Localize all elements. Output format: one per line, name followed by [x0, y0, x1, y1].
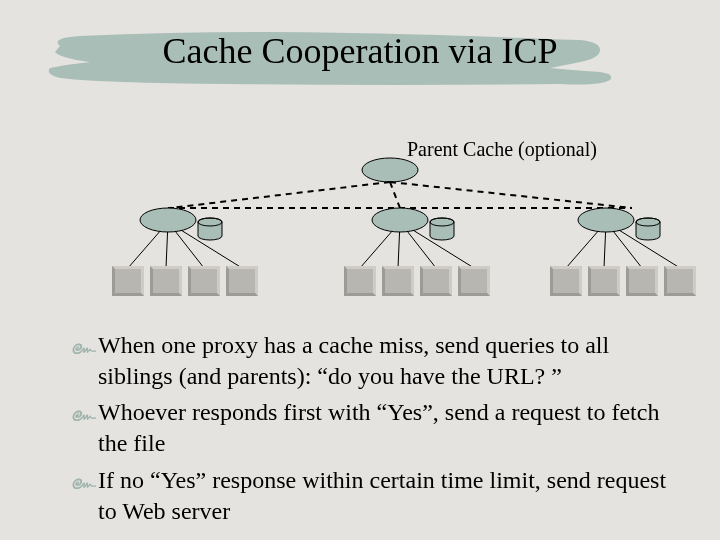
sibling-proxy-node	[578, 208, 634, 232]
bullet-icon: ๛	[70, 330, 98, 360]
parent-to-sibling-line	[170, 182, 390, 208]
cache-cylinder-icon	[430, 218, 454, 240]
client-box	[588, 266, 620, 296]
proxy-cluster	[550, 208, 696, 296]
client-box	[344, 266, 376, 296]
bullet-icon: ๛	[70, 397, 98, 427]
cache-cylinder-icon	[198, 218, 222, 240]
bullet-item: ๛ If no “Yes” response within certain ti…	[70, 465, 670, 526]
bullet-list: ๛ When one proxy has a cache miss, send …	[70, 330, 670, 532]
parent-to-sibling-line	[390, 182, 632, 208]
client-box	[458, 266, 490, 296]
slide: Cache Cooperation via ICP Parent Cache (…	[0, 0, 720, 540]
client-box	[420, 266, 452, 296]
bullet-text: When one proxy has a cache miss, send qu…	[98, 330, 670, 391]
client-box	[626, 266, 658, 296]
client-box	[188, 266, 220, 296]
sibling-proxy-node	[140, 208, 196, 232]
client-box	[550, 266, 582, 296]
client-box	[150, 266, 182, 296]
bullet-icon: ๛	[70, 465, 98, 495]
parent-proxy-node	[362, 158, 418, 182]
bullet-item: ๛ When one proxy has a cache miss, send …	[70, 330, 670, 391]
bullet-item: ๛ Whoever responds first with “Yes”, sen…	[70, 397, 670, 458]
cache-cylinder-icon	[636, 218, 660, 240]
proxy-cluster	[112, 208, 258, 296]
sibling-proxy-node	[372, 208, 428, 232]
client-box	[226, 266, 258, 296]
bullet-text: If no “Yes” response within certain time…	[98, 465, 670, 526]
parent-to-sibling-line	[390, 182, 400, 208]
bullet-text: Whoever responds first with “Yes”, send …	[98, 397, 670, 458]
proxy-cluster	[344, 208, 490, 296]
client-box	[664, 266, 696, 296]
client-box	[382, 266, 414, 296]
client-box	[112, 266, 144, 296]
